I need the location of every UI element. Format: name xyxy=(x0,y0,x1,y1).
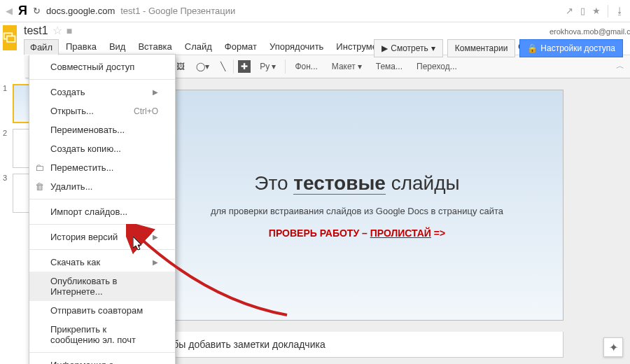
menu-download-as[interactable]: Скачать как▶ xyxy=(29,253,175,272)
browser-address-bar: ◀ Я ↻ docs.google.com test1 - Google Пре… xyxy=(0,0,630,22)
url-host[interactable]: docs.google.com xyxy=(46,6,115,16)
menu-open[interactable]: Открыть...Ctrl+O xyxy=(29,102,175,120)
slides-logo[interactable] xyxy=(3,25,17,50)
menu-move[interactable]: 🗀Переместить... xyxy=(29,158,175,177)
folder-icon: 🗀 xyxy=(35,162,44,173)
yandex-logo[interactable]: Я xyxy=(18,4,27,18)
menu-version-history[interactable]: История версий▶ xyxy=(29,227,175,246)
transition-button[interactable]: Переход... xyxy=(412,59,462,74)
speaker-notes[interactable]: чтобы добавить заметки докладчика xyxy=(150,332,564,358)
lock-icon: 🔒 xyxy=(527,43,538,53)
slide-canvas[interactable]: Это тестовые слайды для проверки встраив… xyxy=(150,90,564,321)
comment-button[interactable]: ✚ xyxy=(238,60,251,73)
slide-number: 2 xyxy=(3,129,10,168)
bookmark-icon[interactable]: ★ xyxy=(592,6,601,16)
present-button[interactable]: ▶Смотреть▾ xyxy=(374,39,443,57)
document-title[interactable]: test1 xyxy=(24,24,48,37)
menu-email-collaborators[interactable]: Отправить соавторам xyxy=(29,301,175,320)
menu-slide[interactable]: Слайд xyxy=(179,39,218,55)
slide-subtitle-text: для проверки встраивания слайдов из Goog… xyxy=(211,206,503,216)
menu-document-info[interactable]: Информация о документе... xyxy=(29,356,175,364)
play-icon: ▶ xyxy=(382,43,388,53)
explore-button[interactable]: ✦ xyxy=(603,337,623,357)
svg-rect-1 xyxy=(7,36,15,42)
background-button[interactable]: Фон... xyxy=(290,59,322,74)
submenu-arrow-icon: ▶ xyxy=(153,258,158,266)
menu-arrange[interactable]: Упорядочить xyxy=(264,39,329,55)
slide-number: 3 xyxy=(3,174,10,213)
menu-rename[interactable]: Переименовать... xyxy=(29,120,175,139)
menu-email-attachment[interactable]: Прикрепить к сообщению эл. почт xyxy=(29,320,175,349)
menu-make-copy[interactable]: Создать копию... xyxy=(29,139,175,158)
header-actions: ▶Смотреть▾ Комментарии 🔒Настройки доступ… xyxy=(374,39,623,57)
folder-icon[interactable]: ■ xyxy=(66,25,72,36)
share-button[interactable]: 🔒Настройки доступа xyxy=(519,39,623,57)
menu-delete[interactable]: 🗑Удалить... xyxy=(29,177,175,196)
theme-button[interactable]: Тема... xyxy=(371,59,407,74)
layout-button[interactable]: Макет ▾ xyxy=(327,59,367,74)
back-icon[interactable]: ◀ xyxy=(6,6,13,16)
menu-import-slides[interactable]: Импорт слайдов... xyxy=(29,202,175,221)
submenu-arrow-icon: ▶ xyxy=(153,233,158,241)
shape-button[interactable]: ◯▾ xyxy=(192,59,213,74)
menu-new[interactable]: Создать▶ xyxy=(29,83,175,102)
comments-button[interactable]: Комментарии xyxy=(447,39,516,57)
share-icon[interactable]: ↗ xyxy=(566,6,573,16)
line-button[interactable]: ╲ xyxy=(217,59,229,74)
slide-number: 1 xyxy=(3,84,10,123)
menu-share[interactable]: Совместный доступ xyxy=(29,57,175,76)
slide-action-text: ПРОВЕРЬ РАБОТУ – ПРОЛИСТАЙ => xyxy=(269,227,445,239)
submenu-arrow-icon: ▶ xyxy=(153,88,158,96)
download-icon[interactable]: ⭳ xyxy=(615,6,624,16)
spellcheck-button[interactable]: Ру ▾ xyxy=(255,59,281,74)
slide-title-text: Это тестовые слайды xyxy=(254,172,459,195)
menu-insert[interactable]: Вставка xyxy=(132,39,177,55)
reload-icon[interactable]: ↻ xyxy=(33,6,41,16)
chevron-down-icon: ▾ xyxy=(431,43,435,53)
menu-file[interactable]: Файл xyxy=(24,39,59,55)
menu-format[interactable]: Формат xyxy=(219,39,262,55)
star-icon[interactable]: ☆ xyxy=(52,24,62,37)
trash-icon: 🗑 xyxy=(35,181,44,192)
menu-publish-to-web[interactable]: Опубликовать в Интернете... xyxy=(29,272,175,301)
menu-edit[interactable]: Правка xyxy=(60,39,102,55)
menu-view[interactable]: Вид xyxy=(104,39,132,55)
user-email[interactable]: erokhova.mob@gmail.com ▾ xyxy=(550,27,630,36)
reader-icon[interactable]: ▯ xyxy=(580,6,585,16)
page-title: test1 - Google Презентации xyxy=(120,6,235,16)
collapse-toolbar-icon[interactable]: ︿ xyxy=(616,60,624,72)
file-menu-dropdown: Совместный доступ Создать▶ Открыть...Ctr… xyxy=(29,54,176,364)
